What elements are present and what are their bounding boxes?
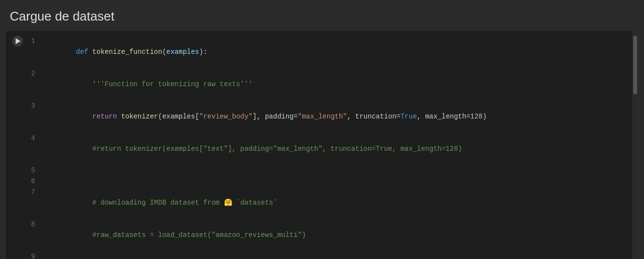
line-content: def tokenize_function(examples):: [43, 36, 627, 68]
code-line-9: 9 raw_datasets = load_dataset("amazon_re…: [29, 251, 627, 259]
line-number: 2: [29, 68, 43, 100]
code-line-3: 3 return tokenizer(examples["review_body…: [29, 100, 627, 133]
line-number: 5: [29, 165, 43, 176]
code-line-2: 2 '''Function for tokenizing raw texts''…: [29, 68, 627, 100]
scrollbar-thumb: [633, 36, 637, 94]
line-number: 9: [29, 251, 43, 259]
code-line-6: 6: [29, 176, 627, 187]
code-area: 1 def tokenize_function(examples): 2 '''…: [29, 31, 632, 259]
scrollbar-area[interactable]: [632, 31, 638, 259]
line-content: return tokenizer(examples["review_body"]…: [43, 100, 627, 133]
line-number: 7: [29, 187, 43, 219]
notebook-cell: 1 def tokenize_function(examples): 2 '''…: [6, 31, 638, 259]
code-line-4: 4 #return tokenizer(examples["text"], pa…: [29, 133, 627, 165]
line-content: '''Function for tokenizing raw texts''': [43, 68, 627, 100]
line-number: 1: [29, 36, 43, 68]
line-number: 8: [29, 219, 43, 251]
line-content: #raw_datasets = load_dataset("amazon_rev…: [43, 219, 627, 251]
code-line-5: 5: [29, 165, 627, 176]
line-number: 4: [29, 133, 43, 165]
code-line-1: 1 def tokenize_function(examples):: [29, 36, 627, 68]
code-line-8: 8 #raw_datasets = load_dataset("amazon_r…: [29, 219, 627, 251]
line-content: # downloading IMDB dataset from 🤗 `datas…: [43, 187, 627, 219]
line-content: raw_datasets = load_dataset("amazon_revi…: [43, 251, 627, 259]
code-line-7: 7 # downloading IMDB dataset from 🤗 `dat…: [29, 187, 627, 219]
cell-run-button-area: [6, 31, 29, 259]
page-title: Cargue de dataset: [0, 0, 644, 31]
line-number: 6: [29, 176, 43, 187]
line-number: 3: [29, 100, 43, 133]
line-content: [43, 165, 627, 176]
run-button[interactable]: [12, 36, 23, 47]
line-content: #return tokenizer(examples["text"], padd…: [43, 133, 627, 165]
line-content: [43, 176, 627, 187]
